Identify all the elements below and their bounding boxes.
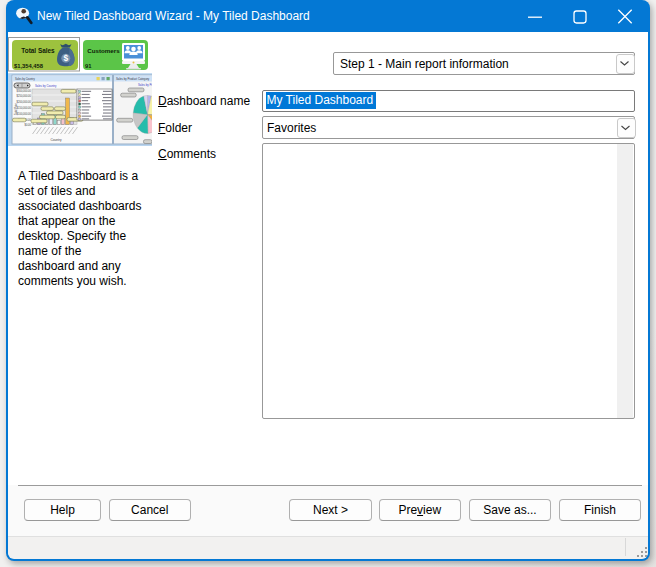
svg-text:$250,000.00: $250,000.00 <box>17 94 32 98</box>
svg-text:Total Sales: Total Sales <box>21 47 55 54</box>
svg-text:$1,354,458: $1,354,458 <box>14 63 44 69</box>
svg-text:91: 91 <box>85 63 92 69</box>
svg-text:Country: Country <box>50 138 62 142</box>
svg-text:Total Price: Total Price <box>14 102 18 115</box>
svg-text:$150,000.00: $150,000.00 <box>17 106 32 110</box>
svg-text:Sales by Product Category: Sales by Product Category <box>116 77 150 81</box>
svg-text:$: $ <box>63 53 68 63</box>
svg-text:Sales by Country: Sales by Country <box>15 77 35 81</box>
svg-text:$100,000.00: $100,000.00 <box>17 112 32 116</box>
svg-text:Customers: Customers <box>87 47 120 54</box>
svg-text:Sales by Country: Sales by Country <box>35 84 57 88</box>
svg-text:$200,000.00: $200,000.00 <box>17 100 32 104</box>
svg-text:$300,000.00: $300,000.00 <box>17 89 32 93</box>
svg-text:Sales by Produ: Sales by Produ <box>138 83 152 87</box>
svg-text:$0.00: $0.00 <box>25 123 32 127</box>
